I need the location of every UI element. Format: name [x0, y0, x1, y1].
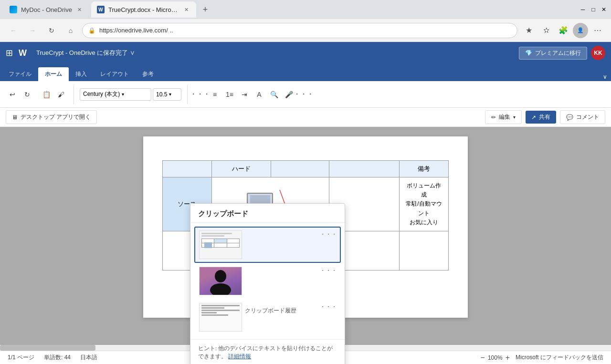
paste-button[interactable]: 📋 [40, 88, 53, 101]
page-info: 1/1 ページ [8, 354, 34, 362]
extensions-button[interactable]: 🧩 [556, 23, 571, 38]
share-button[interactable]: ↗ 共有 [526, 111, 556, 124]
thumb-table-visual [201, 239, 240, 248]
url-text: https://onedrive.live.com/ .. [99, 27, 511, 34]
collections-button[interactable]: ✫ [538, 23, 554, 38]
window-minimize[interactable]: ─ [579, 6, 586, 13]
font-size-dropdown[interactable]: 10.5 ▾ [153, 88, 181, 101]
status-right: − 100% + Microsoft にフィードバックを送信 [481, 354, 603, 362]
tab-word[interactable]: W TrueCrypt.docx - Microsoft Word ✕ [91, 1, 196, 18]
font-size-text: 10.5 [156, 91, 167, 98]
thumb-line-2 [201, 235, 224, 237]
window-close[interactable]: ✕ [600, 6, 607, 13]
photo-thumb-visual [200, 267, 242, 295]
clipboard-item-3[interactable]: クリップボード履歴 ・・・ [194, 299, 341, 335]
tab-references[interactable]: 参考 [136, 67, 160, 81]
tab-layout[interactable]: レイアウト [94, 67, 136, 81]
window-maximize[interactable]: □ [590, 6, 597, 13]
back-button[interactable]: ← [6, 23, 21, 38]
list-button[interactable]: ≡ [208, 88, 221, 101]
thumb-cell-3 [227, 239, 239, 243]
zoom-controls: − 100% + [481, 354, 510, 362]
clipboard-item-2[interactable]: ・・・ [194, 263, 341, 299]
desktop-label: デスクトップ アプリで開く [21, 113, 91, 121]
svg-point-4 [215, 270, 226, 282]
premium-button[interactable]: 💎 プレミアムに移行 [519, 47, 587, 60]
divider-1 [74, 85, 74, 104]
table-cell-remarks: ボリューム作成常駐/自動マウントお気に入り [399, 177, 448, 231]
scrollbar-thumb[interactable] [0, 345, 95, 351]
profile-avatar[interactable]: 👤 [573, 23, 588, 38]
user-avatar[interactable]: KK [591, 46, 605, 60]
open-desktop-button[interactable]: 🖥 デスクトップ アプリで開く [6, 110, 97, 124]
clipboard-item-1-menu[interactable]: ・・・ [320, 230, 337, 239]
zoom-plus-button[interactable]: + [506, 354, 510, 362]
redo-button[interactable]: ↻ [21, 88, 34, 101]
tab-onedrive-title: MyDoc - OneDrive [21, 6, 72, 13]
comment-label: コメント [576, 113, 599, 121]
table-header-col2 [271, 161, 329, 177]
ribbon-content: ↩ ↻ 📋 🖌 Century (本文) ▾ 10.5 ▾ ・・・ ≡ 1≡ ⇥ [0, 81, 611, 108]
zoom-minus-button[interactable]: − [481, 354, 485, 362]
tab-bar: MyDoc - OneDrive ✕ W TrueCrypt.docx - Mi… [0, 0, 611, 19]
word-grid-icon[interactable]: ⊞ [6, 48, 13, 58]
edit-button[interactable]: ✏ 編集 ▾ [485, 110, 522, 124]
tab-insert[interactable]: 挿入 [69, 67, 94, 81]
font-name-dropdown[interactable]: Century (本文) ▾ [80, 88, 151, 101]
word-logo: W [19, 48, 27, 58]
clipboard-hint: ヒント: 他のデバイスにテキストを貼り付けることができます。 詳細情報 [190, 339, 345, 364]
url-bar[interactable]: 🔒 https://onedrive.live.com/ .. [82, 23, 517, 38]
clipboard-item-2-menu[interactable]: ・・・ [320, 267, 337, 275]
tab-onedrive[interactable]: MyDoc - OneDrive ✕ [4, 1, 89, 18]
table-header-col1: ハード [211, 161, 271, 177]
search-button[interactable]: 🔍 [267, 88, 281, 101]
indent-button[interactable]: ⇥ [238, 88, 251, 101]
tab-home[interactable]: ホーム [38, 67, 69, 81]
tab-onedrive-close[interactable]: ✕ [76, 6, 84, 13]
browser-menu-button[interactable]: ⋯ [590, 23, 605, 38]
thumb-img-icon [204, 242, 212, 248]
clipboard-item-3-menu[interactable]: ・・・ [320, 303, 337, 311]
format-painter-button[interactable]: 🖌 [54, 88, 68, 101]
table-header-col0 [163, 161, 212, 177]
action-bar: 🖥 デスクトップ アプリで開く ✏ 編集 ▾ ↗ 共有 💬 コメント [0, 108, 611, 127]
numbering-button[interactable]: 1≡ [223, 88, 236, 101]
font-group: Century (本文) ▾ 10.5 ▾ [78, 81, 183, 107]
home-button[interactable]: ⌂ [63, 23, 78, 38]
text-line-1 [201, 305, 240, 306]
text-thumb-visual [200, 303, 242, 332]
tab-word-title: TrueCrypt.docx - Microsoft Word [108, 6, 179, 13]
comment-icon: 💬 [566, 114, 573, 121]
tab-word-close[interactable]: ✕ [183, 6, 190, 13]
feedback-link[interactable]: Microsoft にフィードバックを送信 [516, 354, 603, 362]
clipboard-item-1[interactable]: ・・・ [194, 227, 341, 263]
thumb-line-1 [201, 233, 232, 234]
lock-icon: 🔒 [88, 27, 95, 34]
more-options-btn[interactable]: ・・・ [297, 88, 310, 101]
thumb-cell-5 [214, 243, 226, 247]
svg-point-5 [210, 283, 231, 295]
hint-link[interactable]: 詳細情報 [228, 354, 251, 359]
refresh-button[interactable]: ↻ [44, 23, 59, 38]
word-tab-icon: W [97, 6, 105, 13]
word-count: 単語数: 44 [44, 354, 71, 362]
favorites-button[interactable]: ★ [521, 23, 537, 38]
clipboard-history-label: クリップボード履歴 [245, 307, 296, 314]
toolbar-right: ★ ✫ 🧩 👤 ⋯ [521, 23, 605, 38]
doc-thumb-visual [200, 231, 242, 259]
highlight-button[interactable]: A [253, 88, 266, 101]
undo-button[interactable]: ↩ [6, 88, 19, 101]
clipboard-group: 📋 🖌 [38, 81, 70, 107]
text-line-3 [201, 310, 240, 311]
edit-dropdown-arrow: ▾ [513, 114, 516, 120]
ribbon-collapse-button[interactable]: ∨ [600, 73, 609, 81]
font-dropdown-arrow: ▾ [122, 92, 124, 97]
app-container: MyDoc - OneDrive ✕ W TrueCrypt.docx - Mi… [0, 0, 611, 364]
thumb-cell-2 [214, 239, 226, 243]
more-ribbon-btn-1[interactable]: ・・・ [193, 88, 207, 101]
comment-button[interactable]: 💬 コメント [560, 110, 605, 124]
tab-file[interactable]: ファイル [2, 67, 38, 81]
undo-group: ↩ ↻ [4, 81, 36, 107]
new-tab-button[interactable]: + [198, 2, 212, 17]
forward-button[interactable]: → [25, 23, 40, 38]
